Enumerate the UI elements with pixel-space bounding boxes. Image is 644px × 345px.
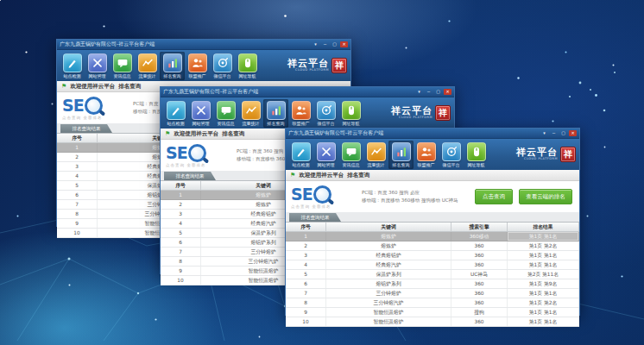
seo-logo-text: SE <box>291 186 313 203</box>
title-bar[interactable]: 广东九鼎王锅炉有限公司-祥云平台客户端 ▾ ─ ▢ ✕ <box>57 40 350 50</box>
brand-subtitle: CLOUD PLATFORM <box>399 116 432 120</box>
section-title: 排名查询 <box>222 130 244 138</box>
table-row[interactable]: 10 智能恒温熔炉 360 第1页 第1名 <box>286 317 579 327</box>
cell-result: 第1页 第1名 <box>508 308 579 317</box>
cell-no: 9 <box>161 267 201 275</box>
toolbar-item-site-manage[interactable]: 网站管理 <box>313 141 338 169</box>
line-chart-icon <box>367 142 386 161</box>
table-row[interactable]: 6 熔铝炉系列 360 第1页 第9名 <box>286 279 579 289</box>
title-bar[interactable]: 广东九鼎王锅炉有限公司-祥云平台客户端 ▾ ─ ▢ ✕ <box>286 129 579 139</box>
brand-name: 祥云平台 <box>287 59 329 68</box>
maximize-icon[interactable]: ▢ <box>434 89 442 95</box>
close-icon[interactable]: ✕ <box>444 89 451 95</box>
table-row[interactable]: 9 智能恒温熔炉 搜狗 第1页 第1名 <box>286 308 579 317</box>
toolbar-item-traffic-stats[interactable]: 流量统计 <box>363 141 388 169</box>
minimize-icon[interactable]: ─ <box>321 41 329 47</box>
toolbar-item-site-nav[interactable]: 网址导航 <box>464 141 489 169</box>
table-header: 序号 关键词 搜索引擎 排名结果 <box>286 223 579 232</box>
toolbar-item-site-nav[interactable]: 网址导航 <box>235 52 260 80</box>
table-row[interactable]: 3 经典熔铝炉 360 第1页 第1名 <box>286 251 579 260</box>
toolbar-item-rank-query[interactable]: 排名查询 <box>388 141 414 169</box>
pencil-icon <box>292 142 311 161</box>
window-controls: ▾ ─ ▢ ✕ <box>540 130 577 136</box>
message-icon <box>342 142 361 161</box>
compass-icon <box>213 53 232 72</box>
toolbar-item-traffic-stats[interactable]: 流量统计 <box>135 52 160 80</box>
results-table: 序号 关键词 搜索引擎 排名结果 1 熔炼炉 360移动 第1页 第1名 2 熔… <box>286 223 579 327</box>
toolbar-item-news-info[interactable]: 资讯信息 <box>338 141 363 169</box>
seo-logo-text: SE <box>62 97 84 114</box>
query-button[interactable]: 点击查询 <box>475 189 513 204</box>
table-body: 1 熔炼炉 360移动 第1页 第1名 2 熔炼炉 360 第1页 第2名 3 … <box>286 232 579 327</box>
toolbar-item-wechat-platform[interactable]: 微信平台 <box>210 52 235 80</box>
toolbar-item-wechat-platform[interactable]: 微信平台 <box>439 141 464 169</box>
brand-name: 祥云平台 <box>391 106 432 116</box>
cell-result: 第1页 第1名 <box>508 232 579 241</box>
minimize-icon[interactable]: ─ <box>550 130 558 136</box>
toolbar-item-site-check[interactable]: 站点检测 <box>288 141 313 169</box>
minimize-icon[interactable]: ─ <box>425 89 432 95</box>
toolbar-item-alliance-promo[interactable]: 联盟推广 <box>185 52 210 80</box>
menu-arrow-icon[interactable]: ▾ <box>312 41 319 47</box>
toolbar-item-news-info[interactable]: 资讯信息 <box>213 99 238 128</box>
cell-engine: 360移动 <box>451 232 508 241</box>
toolbar-item-news-info[interactable]: 资讯信息 <box>110 52 135 80</box>
window-controls: ▾ ─ ▢ ✕ <box>415 89 451 95</box>
cell-no: 3 <box>57 162 98 171</box>
toolbar-item-site-check[interactable]: 站点检测 <box>163 99 188 128</box>
toolbar-item-alliance-promo[interactable]: 联盟推广 <box>414 141 439 169</box>
brand-logo: 祥云平台 CLOUD PLATFORM 祥 <box>287 58 348 73</box>
flag-icon: ⚑ <box>290 172 295 179</box>
message-icon <box>113 53 132 72</box>
pencil-icon <box>63 53 82 72</box>
menu-arrow-icon[interactable]: ▾ <box>540 130 548 136</box>
toolbar-item-wechat-platform[interactable]: 微信平台 <box>313 99 338 128</box>
table-row[interactable]: 7 三分钟熔炉 360 第1页 第1名 <box>286 289 579 298</box>
toolbar-item-site-manage[interactable]: 网站管理 <box>85 52 110 80</box>
bar-chart-icon <box>267 101 286 120</box>
toolbar-item-rank-query[interactable]: 排名查询 <box>263 99 288 128</box>
table-row[interactable]: 4 经典熔汽炉 360 第1页 第1名 <box>286 260 579 270</box>
section-title: 排名查询 <box>347 172 369 179</box>
welcome-banner: ⚑ 欢迎使用祥云平台 排名查询 <box>286 170 579 181</box>
cell-no: 2 <box>57 153 98 161</box>
toolbar-item-site-check[interactable]: 站点检测 <box>60 52 85 80</box>
cell-engine: 搜狗 <box>451 308 508 317</box>
cell-no: 10 <box>161 276 201 285</box>
close-icon[interactable]: ✕ <box>569 130 577 136</box>
mobile-engines-line: 移动端：百度移动 360移动 搜狗移动 UC神马 <box>362 198 475 204</box>
tools-icon <box>88 53 107 72</box>
brand-seal: 祥 <box>435 105 451 121</box>
table-row[interactable]: 1 熔炼炉 360移动 第1页 第1名 <box>286 232 579 242</box>
tab-strip: 排名查询结果 <box>286 212 579 223</box>
cell-keyword: 三分钟熔汽炉 <box>326 298 451 307</box>
column-header-result: 排名结果 <box>508 223 579 231</box>
compass-icon <box>442 142 461 161</box>
toolbar-item-rank-query[interactable]: 排名查询 <box>160 52 185 80</box>
people-icon <box>188 53 207 72</box>
toolbar: 站点检测 网站管理 资讯信息 流量统计 排名查询 联盟推广 <box>286 139 579 170</box>
toolbar-item-alliance-promo[interactable]: 联盟推广 <box>288 99 313 128</box>
column-header-no: 序号 <box>286 223 326 231</box>
close-icon[interactable]: ✕ <box>340 41 348 47</box>
toolbar-item-site-nav[interactable]: 网址导航 <box>338 99 363 128</box>
menu-arrow-icon[interactable]: ▾ <box>415 89 423 95</box>
compass-icon <box>317 101 336 120</box>
table-row[interactable]: 5 保温炉系列 UC神马 第2页 第11名 <box>286 270 579 279</box>
tab-rank-results[interactable]: 排名查询结果 <box>164 172 216 180</box>
cell-engine: 360 <box>451 289 508 298</box>
title-bar[interactable]: 广东九鼎王锅炉有限公司-祥云平台客户端 ▾ ─ ▢ ✕ <box>161 87 454 97</box>
mouse-icon <box>342 101 361 120</box>
maximize-icon[interactable]: ▢ <box>559 130 567 136</box>
view-cloud-rank-button[interactable]: 查看云端的排名 <box>519 189 572 204</box>
cell-keyword: 经典熔铝炉 <box>326 251 451 260</box>
table-row[interactable]: 2 熔炼炉 360 第1页 第2名 <box>286 242 579 251</box>
toolbar-item-site-manage[interactable]: 网站管理 <box>188 99 213 128</box>
maximize-icon[interactable]: ▢ <box>331 41 338 47</box>
toolbar-item-traffic-stats[interactable]: 流量统计 <box>238 99 263 128</box>
tab-rank-results[interactable]: 排名查询结果 <box>289 213 341 222</box>
column-header-no: 序号 <box>57 134 98 142</box>
tab-rank-results[interactable]: 排名查询结果 <box>60 124 112 133</box>
brand-logo: 祥云平台 CLOUD PLATFORM 祥 <box>391 105 451 121</box>
table-row[interactable]: 8 三分钟熔汽炉 360 第1页 第2名 <box>286 298 579 308</box>
